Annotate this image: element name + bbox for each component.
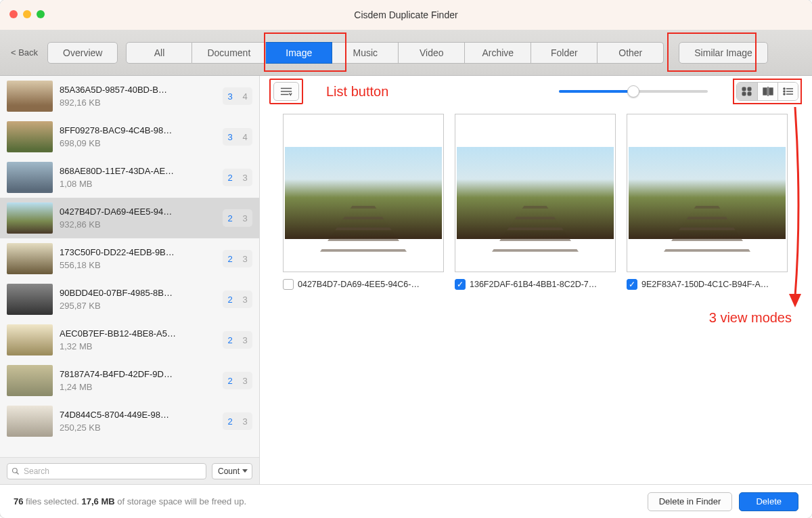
group-selected-count: 3: [223, 91, 238, 102]
main-pane: List button 0427B4D7-DA69-4: [260, 76, 812, 484]
group-name: AEC0B7EF-BB12-4BE8-A5…: [60, 328, 216, 339]
group-info: 173C50F0-DD22-4EDB-9B…556,18 KB: [60, 247, 216, 270]
group-thumbnail: [7, 324, 53, 355]
grid-icon: [742, 87, 752, 96]
view-mode-compare-button[interactable]: [757, 83, 777, 100]
tab-music[interactable]: Music: [332, 42, 399, 64]
group-selected-count: 2: [223, 254, 238, 264]
group-count-pill: 23: [223, 331, 252, 349]
tab-image[interactable]: Image: [266, 42, 332, 64]
duplicate-group-row[interactable]: 90BDD4E0-07BF-4985-8B…295,87 KB23: [0, 279, 259, 320]
duplicate-group-row[interactable]: 173C50F0-DD22-4EDB-9B…556,18 KB23: [0, 238, 259, 279]
group-selected-count: 2: [223, 295, 238, 305]
search-icon: [12, 467, 20, 475]
group-size: 1,08 MB: [60, 179, 216, 189]
tab-overview[interactable]: Overview: [47, 42, 118, 64]
close-window-button[interactable]: [9, 10, 18, 18]
svg-rect-9: [763, 88, 767, 95]
duplicate-group-row[interactable]: 8FF09278-BAC9-4C4B-98…698,09 KB34: [0, 116, 259, 157]
back-button[interactable]: < Back: [11, 47, 38, 58]
image-filename: 136F2DAF-61B4-4BB1-8C2D-7…: [470, 280, 597, 289]
image-preview: [629, 147, 786, 239]
group-total-count: 3: [238, 173, 252, 183]
svg-rect-6: [748, 87, 751, 91]
app-title: Cisdem Duplicate Finder: [0, 9, 812, 20]
group-info: 868AE80D-11E7-43DA-AE…1,08 MB: [60, 166, 216, 189]
list-toggle-button[interactable]: [273, 82, 299, 101]
delete-button[interactable]: Delete: [739, 492, 798, 511]
svg-rect-7: [742, 92, 746, 95]
thumbnails-area: 0427B4D7-DA69-4EE5-94C6-…136F2DAF-61B4-4…: [260, 107, 812, 484]
image-filename: 9E2F83A7-150D-4C1C-B94F-A…: [641, 280, 769, 289]
group-size: 556,18 KB: [60, 260, 216, 270]
duplicate-group-row[interactable]: AEC0B7EF-BB12-4BE8-A5…1,32 MB23: [0, 320, 259, 360]
group-total-count: 3: [238, 335, 252, 345]
duplicate-group-row[interactable]: 868AE80D-11E7-43DA-AE…1,08 MB23: [0, 157, 259, 198]
group-info: 78187A74-B4FD-42DF-9D…1,24 MB: [60, 369, 216, 392]
duplicate-image-card[interactable]: 136F2DAF-61B4-4BB1-8C2D-7…: [455, 114, 616, 290]
delete-in-finder-button[interactable]: Delete in Finder: [648, 492, 733, 511]
group-count-pill: 23: [223, 372, 252, 389]
compare-icon: [763, 87, 773, 96]
image-frame: [627, 114, 788, 272]
toolbar: < Back Overview All Document Image Music…: [0, 30, 812, 76]
group-name: 90BDD4E0-07BF-4985-8B…: [60, 288, 216, 298]
group-size: 932,86 KB: [60, 219, 216, 230]
card-caption: 136F2DAF-61B4-4BB1-8C2D-7…: [455, 279, 616, 290]
duplicate-image-card[interactable]: 9E2F83A7-150D-4C1C-B94F-A…: [627, 114, 788, 290]
card-caption: 9E2F83A7-150D-4C1C-B94F-A…: [627, 279, 788, 290]
group-info: 90BDD4E0-07BF-4985-8B…295,87 KB: [60, 288, 216, 311]
group-count-pill: 23: [223, 412, 252, 430]
tab-document[interactable]: Document: [192, 42, 266, 64]
duplicate-groups-sidebar: 85A36A5D-9857-40BD-B…892,16 KB348FF09278…: [0, 76, 260, 484]
thumbnail-zoom-slider[interactable]: [559, 85, 708, 98]
tab-folder[interactable]: Folder: [531, 42, 597, 64]
annotation-view-modes-label: 3 view modes: [709, 310, 792, 326]
group-thumbnail: [7, 284, 53, 315]
group-info: AEC0B7EF-BB12-4BE8-A5…1,32 MB: [60, 328, 216, 351]
search-input[interactable]: Search: [7, 463, 206, 479]
duplicate-group-row[interactable]: 0427B4D7-DA69-4EE5-94…932,86 KB23: [0, 198, 259, 238]
duplicate-image-card[interactable]: 0427B4D7-DA69-4EE5-94C6-…: [283, 114, 444, 290]
view-mode-grid-button[interactable]: [737, 83, 757, 100]
tab-other[interactable]: Other: [597, 42, 664, 64]
zoom-window-button[interactable]: [37, 10, 45, 18]
group-size: 892,16 KB: [60, 98, 216, 108]
footer-selected-count: 76: [14, 496, 23, 506]
tab-archive[interactable]: Archive: [465, 42, 531, 64]
tab-all[interactable]: All: [126, 42, 192, 64]
footer-status-text: 76 files selected. 17,6 MB of storage sp…: [14, 496, 246, 506]
sort-select[interactable]: Count: [212, 463, 252, 479]
group-selected-count: 2: [223, 376, 238, 386]
group-thumbnail: [7, 81, 53, 112]
zoom-knob[interactable]: [627, 85, 639, 98]
svg-rect-5: [742, 87, 746, 91]
select-checkbox[interactable]: [627, 279, 637, 290]
group-thumbnail: [7, 162, 53, 193]
group-name: 74D844C5-8704-449E-98…: [60, 410, 216, 420]
group-name: 173C50F0-DD22-4EDB-9B…: [60, 247, 216, 257]
group-info: 0427B4D7-DA69-4EE5-94…932,86 KB: [60, 207, 216, 230]
category-tabs: Overview All Document Image Music Video …: [47, 42, 768, 64]
svg-point-12: [784, 88, 785, 89]
duplicate-groups-list[interactable]: 85A36A5D-9857-40BD-B…892,16 KB348FF09278…: [0, 76, 259, 457]
group-total-count: 4: [238, 132, 252, 142]
tab-similar-image[interactable]: Similar Image: [679, 42, 768, 64]
duplicate-group-row[interactable]: 74D844C5-8704-449E-98…250,25 KB23: [0, 401, 259, 441]
group-name: 85A36A5D-9857-40BD-B…: [60, 85, 216, 95]
duplicate-group-row[interactable]: 85A36A5D-9857-40BD-B…892,16 KB34: [0, 76, 259, 116]
group-selected-count: 2: [223, 416, 238, 427]
duplicate-group-row[interactable]: 78187A74-B4FD-42DF-9D…1,24 MB23: [0, 360, 259, 401]
minimize-window-button[interactable]: [23, 10, 31, 18]
search-placeholder: Search: [24, 467, 49, 476]
group-size: 1,32 MB: [60, 341, 216, 351]
svg-marker-18: [789, 294, 801, 307]
view-mode-list-button[interactable]: [777, 83, 798, 100]
group-size: 1,24 MB: [60, 382, 216, 392]
svg-point-14: [784, 91, 785, 92]
select-checkbox[interactable]: [455, 279, 466, 290]
select-checkbox[interactable]: [283, 279, 294, 290]
svg-point-0: [13, 468, 18, 473]
tab-video[interactable]: Video: [399, 42, 465, 64]
view-mode-group: [736, 82, 798, 101]
